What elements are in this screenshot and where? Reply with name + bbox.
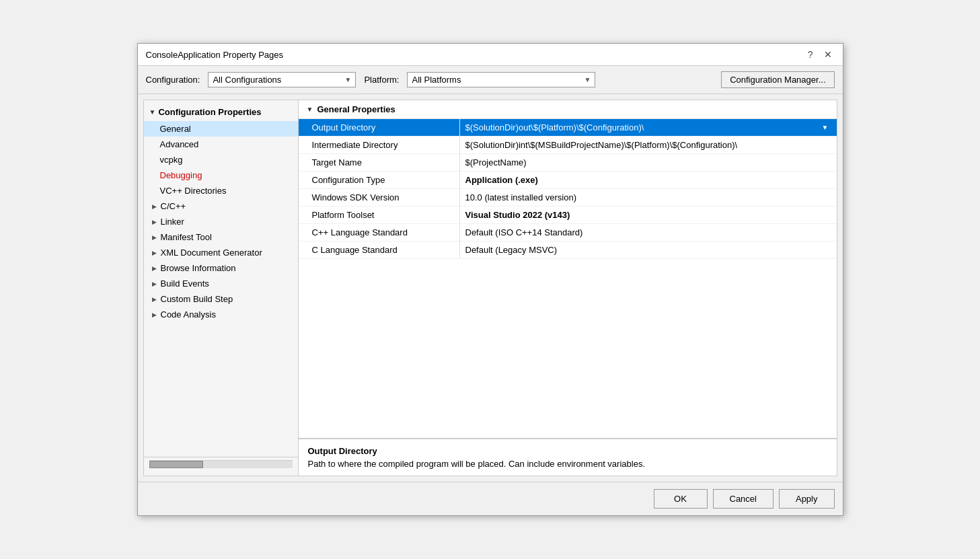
property-value: 10.0 (latest installed version)	[460, 189, 837, 206]
sidebar-item-label: Advanced	[160, 139, 199, 149]
sidebar-scrollbar[interactable]	[149, 460, 293, 468]
sidebar-item-manifest-tool[interactable]: ▶Manifest Tool	[144, 229, 298, 245]
title-bar: ConsoleApplication Property Pages ? ✕	[138, 44, 843, 66]
sidebar-collapse-arrow: ▼	[149, 108, 156, 116]
sidebar-scrollbar-area	[144, 457, 298, 471]
bottom-buttons: OK Cancel Apply	[138, 482, 843, 515]
expand-arrow-icon: ▶	[152, 296, 157, 303]
property-row-platform-toolset[interactable]: Platform ToolsetVisual Studio 2022 (v143…	[299, 207, 837, 224]
property-name: C++ Language Standard	[299, 224, 460, 241]
config-row: Configuration: All Configurations ▼ Plat…	[138, 66, 843, 94]
property-value: $(SolutionDir)int\$(MSBuildProjectName)\…	[460, 137, 837, 153]
sidebar-header: ▼ Configuration Properties	[144, 103, 298, 121]
section-header: ▼ General Properties	[299, 100, 837, 119]
sidebar-item-vcpkg[interactable]: vcpkg	[144, 152, 298, 167]
sidebar-item-label: C/C++	[161, 201, 186, 211]
configuration-manager-button[interactable]: Configuration Manager...	[721, 71, 834, 88]
title-bar-controls: ? ✕	[805, 49, 835, 60]
property-name: Target Name	[299, 154, 460, 171]
platform-dropdown-arrow: ▼	[585, 76, 591, 83]
property-row-c-language-standard[interactable]: C Language StandardDefault (Legacy MSVC)	[299, 241, 837, 259]
close-button[interactable]: ✕	[821, 49, 835, 60]
sidebar-scrollbar-thumb[interactable]	[149, 461, 203, 468]
property-name: Intermediate Directory	[299, 137, 460, 153]
expand-arrow-icon: ▶	[152, 250, 157, 256]
property-value: Visual Studio 2022 (v143)	[460, 207, 837, 223]
configuration-dropdown-arrow: ▼	[345, 76, 352, 83]
sidebar-item-advanced[interactable]: Advanced	[144, 137, 298, 152]
sidebar-item-general[interactable]: General	[144, 121, 298, 137]
help-button[interactable]: ?	[805, 49, 816, 60]
property-row-windows-sdk-version[interactable]: Windows SDK Version10.0 (latest installe…	[299, 189, 837, 207]
section-collapse-arrow: ▼	[307, 106, 313, 113]
sidebar-item-label: Linker	[161, 217, 184, 227]
configuration-label: Configuration:	[146, 75, 200, 85]
property-row-target-name[interactable]: Target Name$(ProjectName)	[299, 154, 837, 172]
expand-arrow-icon: ▶	[152, 234, 157, 241]
property-row-c---language-standard[interactable]: C++ Language StandardDefault (ISO C++14 …	[299, 224, 837, 241]
sidebar-item-build-events[interactable]: ▶Build Events	[144, 276, 298, 291]
property-value-text: Default (Legacy MSVC)	[465, 245, 558, 255]
apply-button[interactable]: Apply	[779, 489, 835, 509]
expand-arrow-icon: ▶	[152, 281, 157, 287]
ok-button[interactable]: OK	[654, 489, 708, 509]
property-value-text: Application (.exe)	[465, 175, 538, 185]
sidebar-item-label: Manifest Tool	[161, 232, 212, 242]
configuration-dropdown[interactable]: All Configurations ▼	[208, 72, 356, 87]
property-value-text: $(ProjectName)	[465, 157, 527, 167]
sidebar-item-label: VC++ Directories	[160, 186, 227, 196]
expand-arrow-icon: ▶	[152, 265, 157, 272]
property-pages-dialog: ConsoleApplication Property Pages ? ✕ Co…	[137, 43, 843, 516]
property-value: $(SolutionDir)out\$(Platform)\$(Configur…	[460, 119, 837, 136]
property-row-output-directory[interactable]: Output Directory$(SolutionDir)out\$(Plat…	[299, 119, 837, 137]
sidebar-item-xml-document-generator[interactable]: ▶XML Document Generator	[144, 245, 298, 260]
description-title: Output Directory	[308, 446, 827, 456]
expand-arrow-icon: ▶	[152, 203, 157, 210]
property-name: Configuration Type	[299, 172, 460, 188]
section-header-label: General Properties	[317, 104, 395, 114]
property-dropdown-icon[interactable]: ▼	[819, 124, 831, 131]
sidebar-item-label: Browse Information	[161, 263, 236, 273]
property-value: Default (ISO C++14 Standard)	[460, 224, 837, 241]
property-value-text: $(SolutionDir)int\$(MSBuildProjectName)\…	[465, 140, 738, 150]
sidebar-item-label: Code Analysis	[161, 309, 216, 320]
sidebar-item-label: Build Events	[161, 278, 209, 289]
cancel-button[interactable]: Cancel	[713, 489, 774, 509]
expand-arrow-icon: ▶	[152, 219, 157, 225]
sidebar-item-vc---directories[interactable]: VC++ Directories	[144, 183, 298, 198]
configuration-value: All Configurations	[213, 75, 281, 85]
sidebar-items-container: GeneralAdvancedvcpkgDebuggingVC++ Direct…	[144, 121, 298, 322]
dialog-title: ConsoleApplication Property Pages	[146, 50, 284, 60]
property-name: Output Directory	[299, 119, 460, 136]
description-panel: Output Directory Path to where the compi…	[299, 438, 837, 476]
sidebar-item-custom-build-step[interactable]: ▶Custom Build Step	[144, 291, 298, 307]
sidebar-header-label: Configuration Properties	[158, 107, 261, 117]
property-name: Windows SDK Version	[299, 189, 460, 206]
sidebar-item-c-c--[interactable]: ▶C/C++	[144, 198, 298, 214]
sidebar-item-label: Custom Build Step	[161, 294, 233, 304]
expand-arrow-icon: ▶	[152, 311, 157, 318]
property-value: Default (Legacy MSVC)	[460, 241, 837, 258]
description-text: Path to where the compiled program will …	[308, 459, 827, 469]
sidebar-item-label: XML Document Generator	[161, 248, 262, 258]
property-name: Platform Toolset	[299, 207, 460, 223]
property-row-intermediate-directory[interactable]: Intermediate Directory$(SolutionDir)int\…	[299, 137, 837, 154]
sidebar-item-debugging[interactable]: Debugging	[144, 167, 298, 183]
platform-label: Platform:	[364, 75, 399, 85]
sidebar-item-label: General	[160, 124, 191, 134]
property-name: C Language Standard	[299, 241, 460, 258]
property-value-text: 10.0 (latest installed version)	[465, 192, 576, 202]
sidebar-item-browse-information[interactable]: ▶Browse Information	[144, 260, 298, 276]
sidebar-item-linker[interactable]: ▶Linker	[144, 214, 298, 229]
property-value-text: Default (ISO C++14 Standard)	[465, 227, 583, 237]
sidebar-item-code-analysis[interactable]: ▶Code Analysis	[144, 307, 298, 322]
sidebar: ▼ Configuration Properties GeneralAdvanc…	[144, 100, 299, 476]
properties-rows-container: Output Directory$(SolutionDir)out\$(Plat…	[299, 119, 837, 438]
main-content: ▼ Configuration Properties GeneralAdvanc…	[143, 100, 837, 476]
property-row-configuration-type[interactable]: Configuration TypeApplication (.exe)	[299, 172, 837, 189]
properties-panel: ▼ General Properties Output Directory$(S…	[299, 100, 837, 476]
sidebar-item-label: Debugging	[160, 170, 202, 180]
property-value-text: Visual Studio 2022 (v143)	[465, 210, 570, 220]
platform-dropdown[interactable]: All Platforms ▼	[407, 72, 595, 87]
sidebar-item-label: vcpkg	[160, 155, 183, 165]
